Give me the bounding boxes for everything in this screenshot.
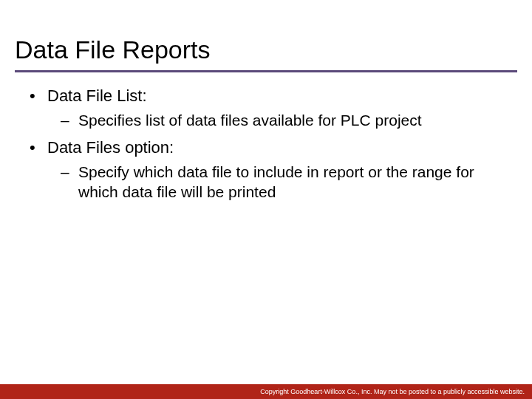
bullet-text: Data Files option: xyxy=(47,138,174,157)
sub-bullet-item: Specify which data file to include in re… xyxy=(61,162,511,202)
sub-bullet-item: Specifies list of data files available f… xyxy=(61,110,511,130)
footer-text: Copyright Goodheart-Willcox Co., Inc. Ma… xyxy=(260,388,525,395)
sub-bullet-list: Specifies list of data files available f… xyxy=(47,110,511,130)
bullet-item: Data Files option: Specify which data fi… xyxy=(30,137,511,202)
slide-content: Data File List: Specifies list of data f… xyxy=(0,72,532,202)
sub-bullet-text: Specifies list of data files available f… xyxy=(78,112,422,129)
bullet-item: Data File List: Specifies list of data f… xyxy=(30,86,511,130)
sub-bullet-list: Specify which data file to include in re… xyxy=(47,162,511,202)
bullet-list: Data File List: Specifies list of data f… xyxy=(30,86,511,202)
title-block: Data File Reports xyxy=(0,0,532,72)
slide: Data File Reports Data File List: Specif… xyxy=(0,0,532,399)
bullet-text: Data File List: xyxy=(47,86,147,105)
slide-title: Data File Reports xyxy=(15,35,517,72)
footer-bar: Copyright Goodheart-Willcox Co., Inc. Ma… xyxy=(0,384,532,399)
sub-bullet-text: Specify which data file to include in re… xyxy=(78,163,474,200)
